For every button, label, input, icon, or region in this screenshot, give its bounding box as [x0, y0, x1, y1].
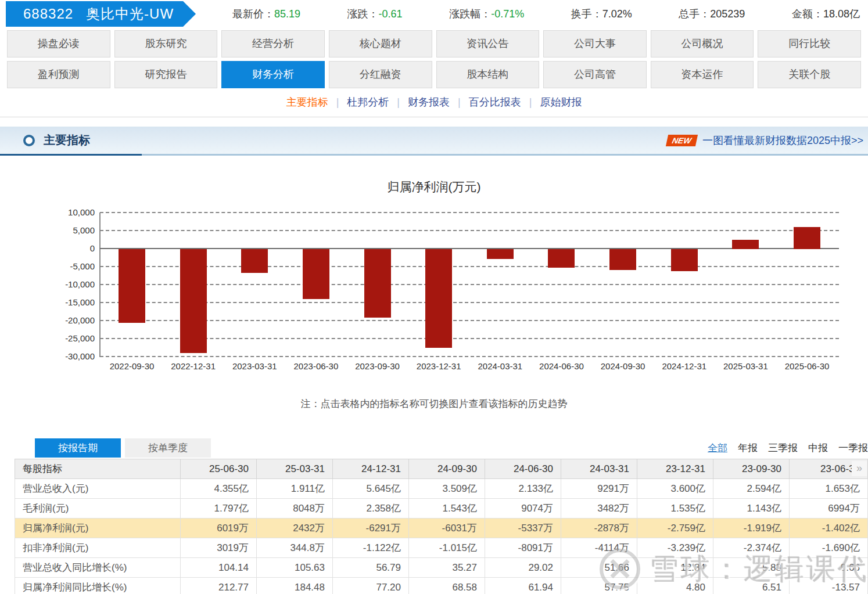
stock-code: 688322 [23, 6, 73, 21]
subnav-link-百分比报表[interactable]: 百分比报表 [469, 96, 521, 108]
nav-button-财务分析[interactable]: 财务分析 [221, 61, 325, 88]
cell-value: 61.94 [485, 578, 561, 594]
section-bullet-icon [23, 135, 35, 146]
subnav-link-主要指标[interactable]: 主要指标 [286, 96, 328, 108]
y-tick-label: -20,000 [34, 315, 95, 326]
cell-value: 5.83 [713, 558, 790, 578]
cell-value: 4.80 [637, 578, 713, 594]
zero-line [100, 248, 839, 249]
filter-三季报[interactable]: 三季报 [768, 441, 798, 455]
y-tick-label: -25,000 [34, 333, 95, 344]
table-row: 归属净利润同比增长(%)212.77184.4877.2068.5861.945… [15, 578, 868, 594]
nav-button-公司概况[interactable]: 公司概况 [651, 30, 754, 57]
bar-2022-09-30 [119, 249, 145, 323]
finance-subnav: 主要指标|杜邦分析|财务报表|百分比报表|原始财报 [0, 88, 868, 117]
cell-value: 1.535亿 [637, 499, 713, 519]
filter-年报[interactable]: 年报 [738, 441, 758, 455]
nav-button-操盘必读[interactable]: 操盘必读 [7, 30, 110, 57]
filter-全部[interactable]: 全部 [708, 441, 727, 455]
quote-field-3: 换手：7.02% [571, 7, 632, 21]
nav-button-公司大事[interactable]: 公司大事 [543, 30, 647, 57]
period-tabs: 按报告期按单季度 [35, 438, 211, 458]
quote-field-1: 涨跌：-0.61 [347, 7, 403, 21]
column-header-24-03-31: 24-03-31 [561, 459, 637, 479]
cell-value: -1.690亿 [790, 538, 868, 558]
stock-name: 奥比中光-UW [86, 6, 174, 21]
nav-button-资讯公告[interactable]: 资讯公告 [436, 30, 540, 57]
row-label-毛利润(元)[interactable]: 毛利润(元) [15, 499, 181, 519]
cell-value: 344.8万 [257, 538, 333, 558]
cell-value: -1.015亿 [409, 538, 485, 558]
bar-2024-06-30 [548, 249, 575, 268]
bar-2023-12-31 [425, 249, 452, 348]
row-label-营业总收入同比增长(%)[interactable]: 营业总收入同比增长(%) [15, 558, 181, 578]
cell-value: 68.58 [409, 578, 485, 594]
table-row: 营业总收入(元)4.355亿1.911亿5.645亿3.509亿2.133亿92… [15, 479, 868, 499]
cell-value: 9291万 [561, 479, 637, 499]
column-header-24-12-31: 24-12-31 [333, 459, 409, 479]
y-tick-label: -5,000 [34, 261, 95, 272]
filter-中报[interactable]: 中报 [808, 441, 828, 455]
cell-value: 56.79 [333, 558, 409, 578]
bar-2024-03-31 [487, 249, 514, 259]
row-label-归属净利润(元)[interactable]: 归属净利润(元) [15, 519, 181, 538]
cell-value: 212.77 [181, 578, 257, 594]
net-profit-chart: 归属净利润(万元) 10,0005,0000-5,000-10,000-15,0… [0, 160, 868, 386]
cell-value: 9074万 [485, 499, 561, 519]
y-tick-label: -10,000 [34, 279, 95, 290]
nav-grid: 操盘必读股东研究经营分析核心题材资讯公告公司大事公司概况同行比较盈利预测研究报告… [7, 30, 861, 88]
table-row: 归属净利润(元)6019万2432万-6291万-6031万-5337万-287… [15, 519, 868, 538]
nav-button-公司高管[interactable]: 公司高管 [543, 61, 647, 88]
cell-value: 57.75 [561, 578, 637, 594]
cell-value: 104.14 [181, 558, 257, 578]
tab-按单季度[interactable]: 按单季度 [125, 438, 211, 458]
cell-value: 1.143亿 [713, 499, 790, 519]
cell-value: -3.239亿 [637, 538, 713, 558]
cell-value: 6994万 [790, 499, 868, 519]
cell-value: -6031万 [409, 519, 485, 538]
subnav-link-原始财报[interactable]: 原始财报 [540, 96, 582, 108]
row-label-扣非净利润(元)[interactable]: 扣非净利润(元) [15, 538, 181, 558]
cell-value: -1.402亿 [790, 519, 868, 538]
x-tick-label: 2024-03-31 [468, 361, 532, 371]
cell-value: 1.797亿 [181, 499, 257, 519]
nav-button-股东研究[interactable]: 股东研究 [114, 30, 218, 57]
gridline [100, 356, 839, 357]
tab-按报告期[interactable]: 按报告期 [35, 438, 121, 458]
quote-field-5: 金额：18.08亿 [792, 7, 860, 21]
cell-value: -13.57 [790, 578, 868, 594]
nav-button-分红融资[interactable]: 分红融资 [329, 61, 432, 88]
subnav-link-财务报表[interactable]: 财务报表 [408, 96, 450, 108]
subnav-link-杜邦分析[interactable]: 杜邦分析 [347, 96, 389, 108]
cell-value: 184.48 [257, 578, 333, 594]
more-columns-button[interactable]: » [852, 461, 867, 476]
nav-button-同行比较[interactable]: 同行比较 [758, 30, 861, 57]
nav-button-核心题材[interactable]: 核心题材 [329, 30, 432, 57]
cell-value: 105.63 [257, 558, 333, 578]
row-label-归属净利润同比增长(%)[interactable]: 归属净利润同比增长(%) [15, 578, 181, 594]
quote-value: 18.08亿 [823, 8, 860, 20]
quote-fields: 最新价：85.19涨跌：-0.61涨跌幅：-0.71%换手：7.02%总手：20… [232, 0, 860, 28]
table-corner-header: 每股指标 [15, 459, 181, 479]
nav-button-经营分析[interactable]: 经营分析 [221, 30, 325, 57]
x-tick-label: 2024-12-31 [652, 361, 716, 371]
quote-value: -0.61 [379, 8, 403, 20]
cell-value: 1.543亿 [409, 499, 485, 519]
nav-button-关联个股[interactable]: 关联个股 [758, 61, 861, 88]
column-header-23-06-30: 23-06-30» [790, 459, 868, 479]
nav-button-股本结构[interactable]: 股本结构 [436, 61, 540, 88]
nav-button-研究报告[interactable]: 研究报告 [114, 61, 218, 88]
report-promo-link[interactable]: 一图看懂最新财报数据2025中报>> [702, 134, 863, 147]
subnav-separator: | [529, 96, 532, 108]
period-filters: 全部年报三季报中报一季报 [708, 441, 868, 455]
filter-一季报[interactable]: 一季报 [838, 441, 868, 455]
quote-value: -0.71% [491, 8, 524, 20]
bar-2023-03-31 [241, 249, 268, 273]
row-label-营业总收入(元)[interactable]: 营业总收入(元) [15, 479, 181, 499]
nav-button-盈利预测[interactable]: 盈利预测 [7, 61, 110, 88]
bar-2024-09-30 [609, 249, 636, 270]
table-row: 毛利润(元)1.797亿8048万2.358亿1.543亿9074万3482万1… [15, 499, 868, 519]
chart-title: 归属净利润(万元) [0, 160, 868, 195]
nav-button-资本运作[interactable]: 资本运作 [651, 61, 754, 88]
cell-value: 3019万 [181, 538, 257, 558]
